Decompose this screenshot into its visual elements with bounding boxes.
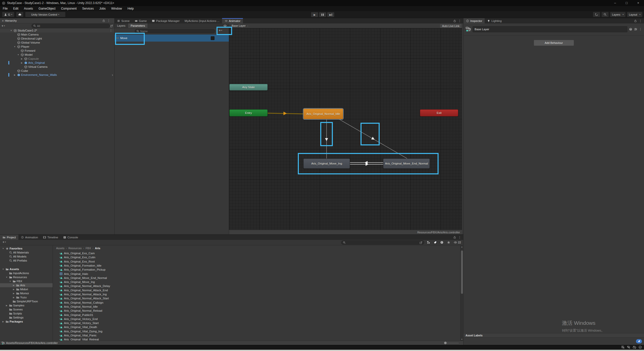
- file-aris-original-move-ing[interactable]: Aris_Original_Move_Ing: [53, 280, 458, 284]
- chevron-right-icon[interactable]: ›: [112, 73, 114, 77]
- tab-project[interactable]: Project: [0, 235, 18, 240]
- layers-dropdown[interactable]: Layers▾: [610, 12, 626, 17]
- kebab-icon[interactable]: ⋮: [639, 19, 642, 23]
- tree-item-packages[interactable]: ▶ Packages: [0, 320, 53, 324]
- expand-arrow-icon[interactable]: ▼: [9, 280, 12, 282]
- tree-item-simpleurptoon[interactable]: SimpleURPToon: [0, 299, 53, 303]
- tree-item-settings[interactable]: Settings: [0, 315, 53, 320]
- breadcrumb-assets[interactable]: Assets: [56, 247, 64, 250]
- tab-animator[interactable]: Animator: [222, 18, 243, 23]
- menu-help[interactable]: Help: [125, 6, 137, 11]
- file-aris-original-normal-attack-start[interactable]: Aris_Original_Normal_Attack_Start: [53, 296, 458, 300]
- menu-component[interactable]: Component: [58, 6, 79, 11]
- presets-icon[interactable]: [634, 27, 637, 31]
- file-list-scrollbar[interactable]: ▲ ▼: [460, 245, 463, 341]
- parameter-search-input[interactable]: [140, 30, 213, 33]
- hierarchy-item-main-camera[interactable]: Main Camera: [0, 33, 114, 37]
- tree-item-all-materials[interactable]: All Materials: [0, 250, 53, 254]
- tree-item-scenes[interactable]: Scenes: [0, 307, 53, 311]
- kebab-icon[interactable]: ⋮: [458, 236, 461, 239]
- expand-arrow-icon[interactable]: ▶: [12, 288, 15, 291]
- menu-jobs[interactable]: Jobs: [96, 6, 108, 11]
- project-search-input[interactable]: [347, 241, 418, 244]
- tree-item-inputactions[interactable]: InputActions: [0, 271, 53, 275]
- expand-arrow-icon[interactable]: ▼: [13, 46, 16, 48]
- tab-myactions-input-actions[interactable]: MyActions (Input Actions ...: [182, 18, 222, 23]
- tab-lighting[interactable]: Lighting: [485, 18, 504, 23]
- state-aris-original-normal-idle[interactable]: Aris_Original_Normal_Idle: [303, 109, 343, 119]
- scroll-up-arrow[interactable]: ▲: [460, 246, 463, 248]
- menu-gameobject[interactable]: GameObject: [36, 6, 58, 11]
- notifications-off-icon[interactable]: [621, 345, 625, 349]
- hierarchy-item-global-volume[interactable]: Global Volume: [0, 41, 114, 45]
- tree-item-midori[interactable]: ▶ Midori: [0, 287, 53, 291]
- layout-dropdown[interactable]: Layout▾: [627, 12, 642, 17]
- tree-item-resources[interactable]: ▼ Resources: [0, 275, 53, 279]
- hierarchy-item-virtual-camera[interactable]: Virtual Camera: [0, 65, 114, 69]
- tab-console[interactable]: Console: [61, 235, 81, 240]
- alert-icon[interactable]: [440, 241, 444, 244]
- expand-arrow-icon[interactable]: ▶: [12, 296, 15, 299]
- open-external-icon[interactable]: [419, 241, 422, 244]
- expand-arrow-icon[interactable]: ▶: [5, 304, 8, 307]
- state-machine-canvas[interactable]: Any State Entry Aris_Original_Normal_Idl…: [229, 28, 462, 230]
- thumbnail-size-slider[interactable]: [443, 342, 459, 344]
- layers-off-icon[interactable]: [627, 345, 630, 349]
- add-gameobject-button[interactable]: +▾: [0, 24, 7, 28]
- expand-arrow-icon[interactable]: ▶: [12, 292, 15, 295]
- kebab-icon[interactable]: ⋮: [639, 27, 642, 31]
- hierarchy-item-forward[interactable]: Forward: [0, 49, 114, 53]
- step-button[interactable]: ▶: [327, 12, 334, 17]
- hierarchy-search-input[interactable]: [37, 24, 108, 27]
- file-aris-original-vital-retreat[interactable]: Aris_Original_Vital_Retreat: [53, 337, 458, 341]
- expand-arrow-icon[interactable]: ▼: [2, 268, 5, 270]
- layer-name-field[interactable]: [473, 26, 627, 32]
- tree-item-aris[interactable]: ▶ Aris: [0, 283, 53, 287]
- open-external-icon[interactable]: [110, 24, 113, 27]
- breadcrumb-aris[interactable]: Aris: [95, 247, 100, 250]
- tab-game[interactable]: Game: [132, 18, 149, 23]
- hierarchy-item-cube[interactable]: Cube: [0, 69, 114, 73]
- tab-package-manager[interactable]: Package Manager: [149, 18, 182, 23]
- undo-history-button[interactable]: [593, 12, 600, 17]
- menu-window[interactable]: Window: [109, 6, 125, 11]
- play-button[interactable]: ▶: [311, 12, 318, 17]
- tree-item-fbx[interactable]: ▼ FBX: [0, 279, 53, 283]
- tree-item-samples[interactable]: ▶ Samples: [0, 303, 53, 307]
- file-aris-original-normal-idle[interactable]: Aris_Original_Normal_Idle: [53, 305, 458, 309]
- tree-item-yuzu[interactable]: ▶ Yuzu: [0, 295, 53, 299]
- maximize-button[interactable]: □: [621, 0, 632, 6]
- file-aris-original-victory-end[interactable]: Aris_Original_Victory_End: [53, 317, 458, 321]
- tree-item-all-prefabs[interactable]: All Prefabs: [0, 259, 53, 263]
- hierarchy-item-environment-narrow-walls[interactable]: ▶ Environment_Narrow_Walls ›: [0, 73, 114, 77]
- pause-button[interactable]: [319, 12, 326, 17]
- create-asset-button[interactable]: +▾: [1, 240, 8, 244]
- hierarchy-item-model[interactable]: ▼ Model: [0, 53, 114, 57]
- cloud-button[interactable]: [16, 12, 23, 17]
- hierarchy-item-aris-original[interactable]: ▶ Aris_Original: [0, 61, 114, 65]
- tree-item-scripts[interactable]: Scripts: [0, 311, 53, 315]
- tab-timeline[interactable]: Timeline: [41, 235, 61, 240]
- version-control-dropdown[interactable]: Unity Version Control ▾: [25, 12, 65, 17]
- tree-item-favorites[interactable]: ▼ Favorites: [0, 246, 53, 250]
- hierarchy-item-studycase1-2[interactable]: ▼ StudyCase1-2* ⋮: [0, 28, 114, 33]
- tab-animation[interactable]: Animation: [18, 235, 41, 240]
- file-aris-original-exs-cutin[interactable]: Aris_Original_Exs_Cutin: [53, 255, 458, 259]
- file-aris-original-normal-reload[interactable]: Aris_Original_Normal_Reload: [53, 309, 458, 313]
- tree-item-momoi[interactable]: ▶ Momoi: [0, 291, 53, 295]
- status-check-icon[interactable]: [638, 345, 642, 349]
- hierarchy-item-directional-light[interactable]: Directional Light: [0, 37, 114, 41]
- cloud-off-icon[interactable]: [633, 345, 636, 349]
- auto-live-link-button[interactable]: Auto Live Link: [440, 24, 461, 28]
- minimize-button[interactable]: –: [609, 0, 621, 6]
- tree-item-all-models[interactable]: All Models: [0, 254, 53, 259]
- menu-assets[interactable]: Assets: [21, 6, 36, 11]
- hierarchy-item-player[interactable]: ▼ Player: [0, 45, 114, 49]
- tab-layers[interactable]: Layers: [115, 23, 128, 28]
- search-everywhere-button[interactable]: [601, 12, 609, 17]
- project-search-field[interactable]: [341, 240, 424, 245]
- menu-file[interactable]: File: [0, 6, 10, 11]
- expand-arrow-icon[interactable]: ▶: [20, 58, 23, 60]
- file-aris-original-exs-cam[interactable]: Aris_Original_Exs_Cam: [53, 251, 458, 255]
- file-aris-original-exs-root[interactable]: Aris_Original_Exs_Root: [53, 260, 458, 264]
